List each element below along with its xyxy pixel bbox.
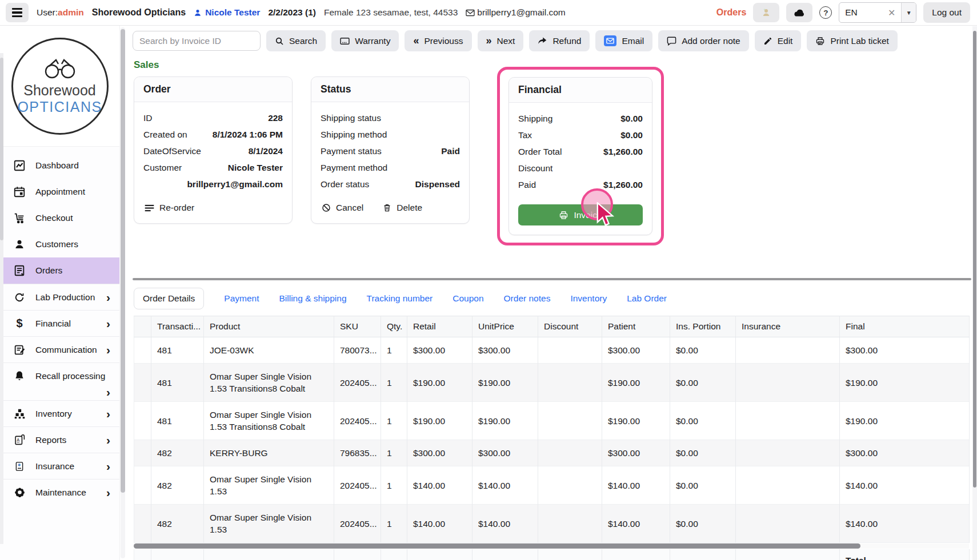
table-row[interactable]: 482Omar Super Single Vision 1.53202405..… [134,466,970,505]
double-chevron-left-icon: « [413,35,419,47]
table-cell [736,402,840,440]
next-button[interactable]: » Next [478,30,524,51]
sidebar-item-maintenance[interactable]: Maintenance › [0,479,119,505]
cloud-button[interactable] [786,3,812,22]
menu-toggle-button[interactable] [6,3,29,22]
svg-text:✱: ✱ [18,463,21,467]
table-cell: 1 [381,466,407,505]
sidebar-item-customers[interactable]: Customers [0,231,119,257]
table-cell: Omar Super Single Vision 1.53 [204,505,334,543]
logout-button[interactable]: Log out [923,2,970,23]
content-scrollbar-thumb[interactable] [121,29,125,493]
warranty-button[interactable]: Warranty [331,30,399,51]
chevron-right-icon: › [106,408,110,420]
delete-button[interactable]: Delete [382,202,423,214]
sidebar-item-label: Reports [35,435,66,445]
table-cell: $0.00 [670,364,736,402]
order-items-table: Transacti...ProductSKUQty.RetailUnitPric… [134,316,970,543]
order-field-email: brillperry1@gmail.com [143,176,283,192]
table-cell [134,402,151,440]
order-items-body: 481JOE-03WK780073...1$300.00$300.00$300.… [134,337,970,543]
previous-button[interactable]: « Previouss [405,30,471,51]
email-button[interactable]: Email [595,30,652,51]
status-card: Status Shipping status Shipping method P… [311,76,470,224]
chevron-right-icon: › [106,460,110,472]
clear-icon[interactable]: ✕ [888,7,895,18]
chevron-right-icon: › [106,291,110,303]
table-cell [134,440,151,466]
column-header: Transacti... [151,316,204,337]
language-select[interactable]: EN ✕ ▼ [839,2,916,23]
customer-name-link[interactable]: Nicole Tester [228,163,283,173]
table-cell: Omar Super Single Vision 1.53 Transition… [204,402,334,440]
table-cell: $140.00 [473,505,538,543]
tab-order-notes[interactable]: Order notes [504,293,551,304]
sidebar-item-checkout[interactable]: Checkout [0,205,119,231]
table-row[interactable]: 482Omar Super Single Vision 1.53202405..… [134,505,970,543]
double-chevron-right-icon: » [486,35,492,47]
column-header: Final [840,316,970,337]
sidebar-item-communication[interactable]: Communication › [0,336,119,362]
search-input[interactable] [133,31,261,51]
refund-button[interactable]: Refund [529,30,590,51]
customer-email: brillperry1@gmail.com [466,7,565,18]
assistant-button[interactable] [753,3,779,22]
tab-payment[interactable]: Payment [224,293,259,304]
table-row[interactable]: 481JOE-03WK780073...1$300.00$300.00$300.… [134,337,970,364]
insurance-icon: ✱ [13,461,26,472]
status-field-shipping-method: Shipping method [321,126,460,143]
printer-icon [559,211,568,220]
cloud-icon [793,8,806,17]
table-row[interactable]: 481Omar Super Single Vision 1.53 Transit… [134,364,970,402]
sidebar-item-lab-production[interactable]: Lab Production › [0,284,119,310]
window-scrollbar[interactable] [972,26,977,560]
order-card-title: Order [134,77,292,102]
horizontal-scrollbar-top[interactable] [133,278,971,280]
table-cell: 202405... [334,505,381,543]
tab-inventory[interactable]: Inventory [570,293,607,304]
sidebar-item-financial[interactable]: $ Financial › [0,310,119,336]
table-cell [736,337,840,364]
table-cell [538,505,602,543]
table-row[interactable]: 482KERRY-BURG796835...1$300.00$300.00$30… [134,440,970,466]
dashboard-icon [13,159,26,172]
table-cell: $190.00 [602,402,670,440]
sidebar-item-orders[interactable]: Orders [0,257,119,284]
add-order-note-button[interactable]: Add order note [658,30,749,51]
tab-billing-shipping[interactable]: Billing & shipping [279,293,346,304]
help-icon[interactable]: ? [819,6,832,19]
print-lab-ticket-button[interactable]: Print Lab ticket [807,30,898,51]
table-cell: 1 [381,402,407,440]
table-horizontal-scrollbar-thumb[interactable] [134,543,860,549]
window-scrollbar-thumb[interactable] [973,31,976,488]
logo: Shorewood OPTICIANS [0,26,119,147]
tab-lab-order[interactable]: Lab Order [627,293,667,304]
financial-icon: $ [13,317,26,330]
sidebar-item-reports[interactable]: A Reports › [0,426,119,453]
language-value: EN [845,7,883,18]
content-scrollbar[interactable] [120,26,126,560]
printer-icon [815,37,825,46]
sidebar-item-insurance[interactable]: ✱ Insurance › [0,453,119,479]
tab-order-details[interactable]: Order Details [134,288,204,309]
table-cell [538,402,602,440]
table-cell: $0.00 [670,505,736,543]
reports-icon: A [13,434,26,446]
customer-link[interactable]: Nicole Tester [194,7,260,18]
sidebar-item-dashboard[interactable]: Dashboard [0,152,119,179]
reorder-button[interactable]: Re-order [143,202,195,214]
status-field-order-status: Order status Dispensed [321,176,460,192]
sidebar-item-appointment[interactable]: Appointment [0,179,119,205]
search-button[interactable]: Search [266,30,326,51]
chevron-down-icon[interactable]: ▼ [901,3,916,22]
table-horizontal-scrollbar[interactable] [134,543,969,549]
table-row[interactable]: 481Omar Super Single Vision 1.53 Transit… [134,402,970,440]
edit-button[interactable]: Edit [755,30,802,51]
sidebar-item-recall-processing[interactable]: Recall processing › [0,362,119,400]
sidebar-scrollbar[interactable] [0,53,3,544]
cancel-button[interactable]: Cancel [321,202,365,214]
sidebar-item-inventory[interactable]: Inventory › [0,400,119,426]
tab-tracking-number[interactable]: Tracking number [367,293,433,304]
tab-coupon[interactable]: Coupon [453,293,483,304]
invoice-button[interactable]: Invoice [518,204,643,225]
